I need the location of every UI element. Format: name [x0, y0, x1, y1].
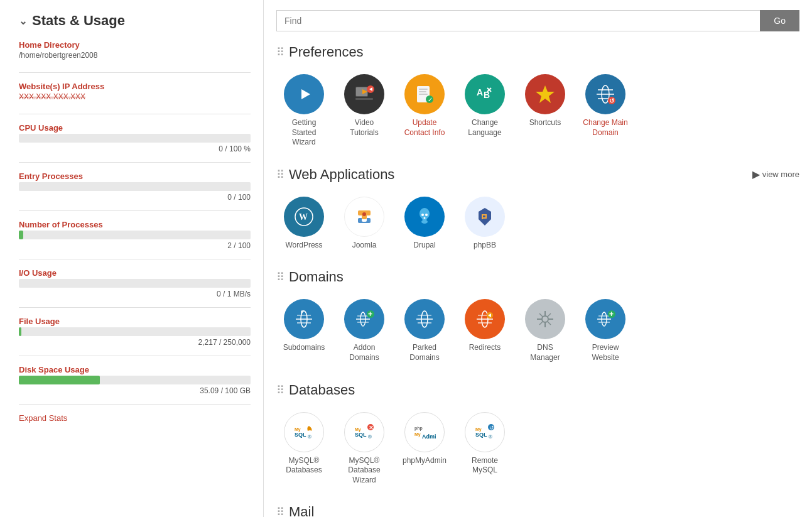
- cpu-usage-value: 0 / 100 %: [19, 144, 251, 153]
- view-more-link[interactable]: ▶ view more: [752, 168, 799, 180]
- svg-text:php: php: [414, 426, 423, 431]
- subdomains-item[interactable]: Subdomains: [276, 295, 332, 366]
- redirects-item[interactable]: Redirects: [457, 295, 512, 366]
- domains-header: ⠿ Domains: [276, 269, 799, 285]
- domains-title: Domains: [289, 269, 344, 285]
- shortcuts-item[interactable]: Shortcuts: [517, 70, 573, 151]
- web-applications-title: Web Applications: [289, 166, 394, 183]
- shortcuts-icon: [525, 74, 565, 114]
- mail-header: ⠿ Mail: [276, 504, 799, 517]
- expand-stats-link[interactable]: Expand Stats: [19, 413, 67, 423]
- domains-grid: Subdomains + Addon Domains: [276, 295, 799, 366]
- mysql-wizard-item[interactable]: My SQL ® ✕ MySQL® Database Wizard: [337, 408, 392, 489]
- svg-point-30: [424, 217, 426, 219]
- joomla-item[interactable]: Joomla: [337, 193, 392, 254]
- update-contact-icon: ✓: [404, 74, 445, 114]
- redirects-icon: [465, 299, 505, 339]
- joomla-label: Joomla: [352, 241, 377, 251]
- preferences-title: Preferences: [289, 44, 364, 60]
- remote-mysql-label: Remote MySQL: [461, 456, 509, 476]
- phpbb-label: phpBB: [474, 241, 496, 251]
- change-main-domain-item[interactable]: ↺ Change Main Domain: [578, 70, 633, 151]
- stats-title-text: Stats & Usage: [32, 13, 125, 29]
- wordpress-item[interactable]: W WordPress: [276, 193, 332, 254]
- search-button[interactable]: Go: [760, 10, 799, 31]
- addon-domains-icon: +: [344, 299, 384, 339]
- databases-grid: My SQL ® MySQL® Databases My SQL ® ✕ MyS…: [276, 408, 799, 489]
- entry-processes-bar: [19, 182, 251, 191]
- parked-domains-label: Parked Domains: [401, 343, 448, 362]
- svg-rect-8: [419, 89, 428, 90]
- redirects-label: Redirects: [469, 343, 501, 353]
- web-applications-grid: W WordPress Joomla: [276, 193, 799, 254]
- remote-mysql-item[interactable]: My SQL ® ↺ Remote MySQL: [457, 408, 512, 489]
- svg-text:SQL: SQL: [475, 432, 487, 438]
- subdomains-label: Subdomains: [283, 343, 325, 353]
- preferences-dots-icon: ⠿: [276, 45, 284, 59]
- svg-marker-15: [536, 85, 555, 103]
- drupal-item[interactable]: Drupal: [397, 193, 452, 254]
- file-usage-bar: [19, 327, 251, 336]
- mail-title: Mail: [289, 504, 314, 517]
- svg-rect-35: [482, 217, 487, 219]
- ip-address-section: Website(s) IP Address XXX.XXX.XXX.XXX: [19, 82, 251, 114]
- phpmyadmin-item[interactable]: php My Admin phpMyAdmin: [397, 408, 452, 489]
- svg-point-27: [421, 220, 428, 224]
- remote-mysql-icon: My SQL ® ↺: [465, 412, 505, 452]
- preview-website-icon: +: [585, 299, 625, 339]
- svg-text:SQL: SQL: [295, 432, 306, 438]
- addon-domains-item[interactable]: + Addon Domains: [337, 295, 392, 366]
- dns-manager-item[interactable]: DNS Manager: [517, 295, 573, 366]
- wordpress-label: WordPress: [285, 241, 322, 251]
- change-main-domain-label: Change Main Domain: [582, 118, 629, 138]
- mysql-databases-item[interactable]: My SQL ® MySQL® Databases: [276, 408, 332, 489]
- svg-text:↺: ↺: [609, 97, 615, 104]
- entry-processes-value: 0 / 100: [19, 193, 251, 202]
- file-usage-label: File Usage: [19, 317, 251, 326]
- video-tutorials-label: Video Tutorials: [340, 118, 388, 138]
- chevron-icon: ⌄: [19, 15, 27, 27]
- cpu-usage-section: CPU Usage 0 / 100 %: [19, 123, 251, 163]
- mysql-icon: My SQL ®: [284, 412, 324, 452]
- change-language-label: Change Language: [461, 118, 509, 138]
- change-language-item[interactable]: A B Change Language: [457, 70, 512, 151]
- file-usage-section: File Usage 2,217 / 250,000: [19, 317, 251, 356]
- preview-website-item[interactable]: + Preview Website: [578, 295, 633, 366]
- ip-address-value: XXX.XXX.XXX.XXX: [19, 92, 251, 101]
- entry-processes-section: Entry Processes 0 / 100: [19, 171, 251, 211]
- search-input[interactable]: [276, 10, 760, 31]
- number-of-processes-label: Number of Processes: [19, 220, 251, 229]
- io-usage-bar: [19, 279, 251, 288]
- svg-point-29: [425, 214, 428, 216]
- right-panel: Go ⠿ Preferences Getting Started Wizard: [264, 0, 812, 517]
- svg-text:®: ®: [308, 434, 311, 440]
- left-panel: ⌄ Stats & Usage Home Directory /home/rob…: [0, 0, 264, 517]
- svg-rect-10: [419, 94, 428, 95]
- phpmyadmin-label: phpMyAdmin: [403, 456, 447, 466]
- preferences-header: ⠿ Preferences: [276, 44, 799, 60]
- disk-space-label: Disk Space Usage: [19, 365, 251, 374]
- databases-dots-icon: ⠿: [276, 383, 284, 397]
- video-tutorials-item[interactable]: Video Tutorials: [337, 70, 392, 151]
- dns-manager-label: DNS Manager: [521, 343, 569, 362]
- domains-dots-icon: ⠿: [276, 270, 284, 284]
- home-directory-section: Home Directory /home/robertgreen2008: [19, 40, 251, 73]
- getting-started-wizard-item[interactable]: Getting Started Wizard: [276, 70, 332, 151]
- io-usage-label: I/O Usage: [19, 268, 251, 278]
- number-of-processes-bar: [19, 231, 251, 239]
- svg-text:SQL: SQL: [355, 432, 367, 438]
- shortcuts-label: Shortcuts: [529, 118, 561, 128]
- svg-text:+: +: [609, 310, 614, 318]
- update-contact-info-item[interactable]: ✓ Update Contact Info: [397, 70, 452, 151]
- svg-text:✓: ✓: [428, 96, 433, 103]
- video-tutorials-icon: [344, 74, 384, 114]
- dns-manager-icon: [525, 299, 565, 339]
- number-of-processes-value: 2 / 100: [19, 241, 251, 250]
- svg-text:B: B: [484, 90, 490, 100]
- subdomains-icon: [284, 299, 324, 339]
- svg-text:®: ®: [368, 434, 372, 440]
- phpbb-item[interactable]: phpBB: [457, 193, 512, 254]
- phpbb-icon: [465, 197, 505, 237]
- parked-domains-item[interactable]: Parked Domains: [397, 295, 452, 366]
- home-directory-value: /home/robertgreen2008: [19, 51, 251, 60]
